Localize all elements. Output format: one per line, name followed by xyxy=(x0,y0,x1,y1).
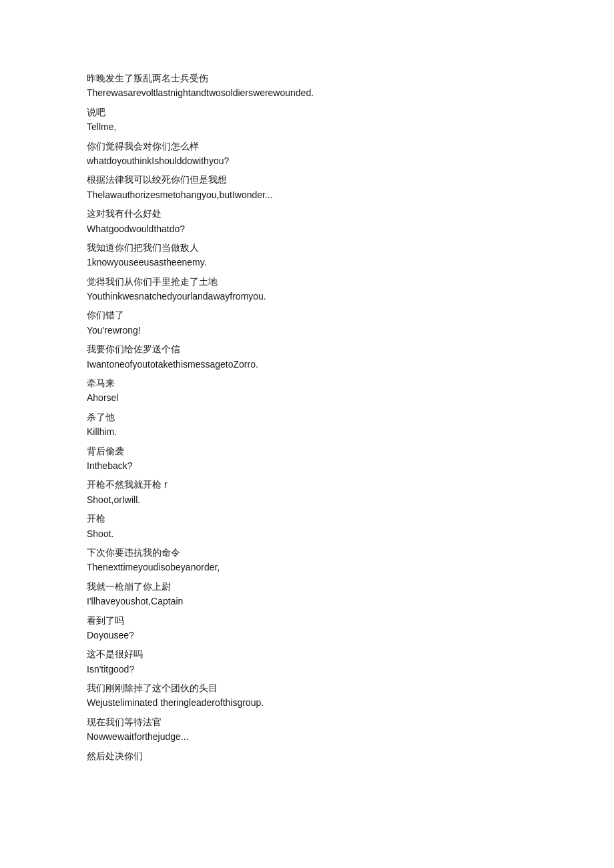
text-block: 然后处决你们 xyxy=(87,749,527,763)
english-text: whatdoyouthinkIshoulddowithyou? xyxy=(87,153,527,168)
text-block: 看到了吗Doyousee? xyxy=(87,613,527,643)
text-block: 下次你要违抗我的命令Thenexttimeyoudisobeyanorder, xyxy=(87,545,527,575)
text-block: 根据法律我可以绞死你们但是我想Thelawauthorizesmetohangy… xyxy=(87,172,527,202)
content-container: 昨晚发生了叛乱两名士兵受伤Therewasarevoltlastnightand… xyxy=(87,71,527,763)
chinese-text: 你们觉得我会对你们怎么样 xyxy=(87,139,527,153)
chinese-text: 看到了吗 xyxy=(87,613,527,628)
english-text: Wejusteliminated theringleaderofthisgrou… xyxy=(87,695,527,710)
english-text: Doyousee? xyxy=(87,628,527,642)
chinese-text: 开枪不然我就开枪 r xyxy=(87,477,527,492)
text-block: 杀了他Killhim. xyxy=(87,410,527,440)
text-block: 我就一枪崩了你上尉I'llhaveyoushot,Captain xyxy=(87,579,527,609)
english-text: Tellme, xyxy=(87,119,527,134)
chinese-text: 我知道你们把我们当做敌人 xyxy=(87,240,527,255)
text-block: 说吧Tellme, xyxy=(87,105,527,135)
english-text: Killhim. xyxy=(87,424,527,439)
text-block: 我们刚刚除掉了这个团伙的头目Wejusteliminated theringle… xyxy=(87,681,527,711)
text-block: 觉得我们从你们手里抢走了土地Youthinkwesnatchedyourland… xyxy=(87,274,527,304)
english-text: Thelawauthorizesmetohangyou,butIwonder..… xyxy=(87,187,527,202)
english-text: Isn'titgood? xyxy=(87,662,527,677)
text-block: 这不是很好吗Isn'titgood? xyxy=(87,646,527,677)
chinese-text: 背后偷袭 xyxy=(87,444,527,458)
english-text: Intheback? xyxy=(87,458,527,473)
text-block: 昨晚发生了叛乱两名士兵受伤Therewasarevoltlastnightand… xyxy=(87,71,527,101)
text-block: 我知道你们把我们当做敌人1knowyouseeusastheenemy. xyxy=(87,240,527,270)
text-block: 开枪不然我就开枪 rShoot,orIwill. xyxy=(87,477,527,507)
text-block: 开枪Shoot. xyxy=(87,511,527,541)
english-text: 1knowyouseeusastheenemy. xyxy=(87,255,527,270)
chinese-text: 说吧 xyxy=(87,105,527,119)
text-block: 你们错了You'rewrong! xyxy=(87,308,527,338)
chinese-text: 下次你要违抗我的命令 xyxy=(87,545,527,560)
chinese-text: 昨晚发生了叛乱两名士兵受伤 xyxy=(87,71,527,85)
english-text: Thenexttimeyoudisobeyanorder, xyxy=(87,560,527,574)
chinese-text: 杀了他 xyxy=(87,410,527,424)
english-text: Youthinkwesnatchedyourlandawayfromyou. xyxy=(87,289,527,304)
english-text: Nowwewaitforthejudge... xyxy=(87,729,527,744)
chinese-text: 我要你们给佐罗送个信 xyxy=(87,342,527,356)
text-block: 牵马来Ahorsel xyxy=(87,376,527,406)
text-block: 这对我有什么好处Whatgoodwouldthatdo? xyxy=(87,206,527,236)
chinese-text: 你们错了 xyxy=(87,308,527,322)
chinese-text: 根据法律我可以绞死你们但是我想 xyxy=(87,172,527,187)
english-text: Therewasarevoltlastnightandtwosoldierswe… xyxy=(87,85,527,100)
chinese-text: 开枪 xyxy=(87,511,527,526)
english-text: You'rewrong! xyxy=(87,323,527,338)
text-block: 现在我们等待法官Nowwewaitforthejudge... xyxy=(87,715,527,745)
english-text: Ahorsel xyxy=(87,390,527,405)
chinese-text: 觉得我们从你们手里抢走了土地 xyxy=(87,274,527,289)
text-block: 我要你们给佐罗送个信Iwantoneofyoutotakethismessage… xyxy=(87,342,527,372)
english-text: IwantoneofyoutotakethismessagetoZorro. xyxy=(87,357,527,372)
chinese-text: 我就一枪崩了你上尉 xyxy=(87,579,527,594)
chinese-text: 这不是很好吗 xyxy=(87,646,527,661)
english-text: I'llhaveyoushot,Captain xyxy=(87,594,527,608)
english-text: Shoot,orIwill. xyxy=(87,492,527,507)
text-block: 你们觉得我会对你们怎么样whatdoyouthinkIshoulddowithy… xyxy=(87,139,527,169)
chinese-text: 牵马来 xyxy=(87,376,527,390)
chinese-text: 现在我们等待法官 xyxy=(87,715,527,729)
chinese-text: 我们刚刚除掉了这个团伙的头目 xyxy=(87,681,527,695)
english-text: Whatgoodwouldthatdo? xyxy=(87,222,527,236)
chinese-text: 然后处决你们 xyxy=(87,749,527,763)
text-block: 背后偷袭Intheback? xyxy=(87,444,527,474)
chinese-text: 这对我有什么好处 xyxy=(87,206,527,221)
english-text: Shoot. xyxy=(87,526,527,541)
